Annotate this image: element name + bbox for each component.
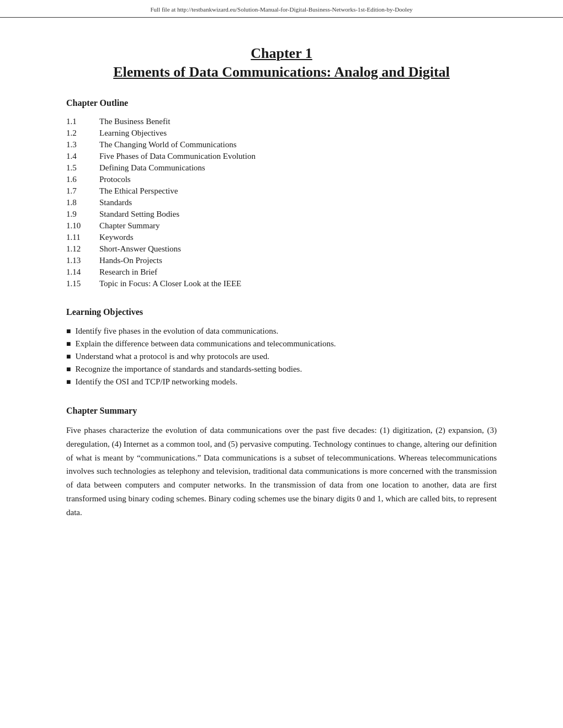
list-item-text: Explain the difference between data comm… bbox=[75, 339, 336, 349]
outline-label: Five Phases of Data Communication Evolut… bbox=[99, 151, 497, 162]
outline-num: 1.9 bbox=[66, 208, 99, 220]
chapter-summary-section: Chapter Summary Five phases characterize… bbox=[66, 406, 497, 519]
outline-label: The Changing World of Communications bbox=[99, 139, 497, 151]
outline-row: 1.3The Changing World of Communications bbox=[66, 139, 497, 151]
outline-label: Keywords bbox=[99, 232, 497, 243]
outline-label: Standards bbox=[99, 197, 497, 208]
bullet-icon: ■ bbox=[66, 327, 71, 336]
bullet-icon: ■ bbox=[66, 378, 71, 387]
outline-row: 1.1The Business Benefit bbox=[66, 116, 497, 127]
outline-num: 1.2 bbox=[66, 127, 99, 139]
outline-row: 1.15Topic in Focus: A Closer Look at the… bbox=[66, 278, 497, 290]
outline-num: 1.8 bbox=[66, 197, 99, 208]
list-item: ■Identify the OSI and TCP/IP networking … bbox=[66, 376, 497, 388]
outline-num: 1.7 bbox=[66, 185, 99, 197]
chapter-outline-section: Chapter Outline 1.1The Business Benefit1… bbox=[66, 98, 497, 290]
outline-row: 1.8Standards bbox=[66, 197, 497, 208]
outline-row: 1.6Protocols bbox=[66, 174, 497, 185]
chapter-summary-heading: Chapter Summary bbox=[66, 406, 497, 416]
list-item: ■Explain the difference between data com… bbox=[66, 338, 497, 350]
learning-objectives-heading: Learning Objectives bbox=[66, 307, 497, 317]
outline-num: 1.15 bbox=[66, 278, 99, 290]
outline-num: 1.4 bbox=[66, 151, 99, 162]
top-bar: Full file at http://testbankwizard.eu/So… bbox=[0, 0, 563, 18]
outline-label: The Ethical Perspective bbox=[99, 185, 497, 197]
outline-row: 1.9Standard Setting Bodies bbox=[66, 208, 497, 220]
outline-row: 1.7The Ethical Perspective bbox=[66, 185, 497, 197]
outline-row: 1.10Chapter Summary bbox=[66, 220, 497, 232]
outline-label: Standard Setting Bodies bbox=[99, 208, 497, 220]
bullet-icon: ■ bbox=[66, 352, 71, 361]
bullet-icon: ■ bbox=[66, 365, 71, 374]
outline-row: 1.12Short-Answer Questions bbox=[66, 243, 497, 255]
outline-label: Topic in Focus: A Closer Look at the IEE… bbox=[99, 278, 497, 290]
outline-heading: Chapter Outline bbox=[66, 98, 497, 108]
list-item: ■Identify five phases in the evolution o… bbox=[66, 325, 497, 338]
outline-label: Protocols bbox=[99, 174, 497, 185]
outline-label: Hands-On Projects bbox=[99, 255, 497, 266]
outline-row: 1.5Defining Data Communications bbox=[66, 162, 497, 174]
page: Full file at http://testbankwizard.eu/So… bbox=[0, 0, 563, 728]
list-item-text: Recognize the importance of standards an… bbox=[75, 365, 302, 374]
chapter-title: Chapter 1 bbox=[66, 45, 497, 62]
outline-label: The Business Benefit bbox=[99, 116, 497, 127]
outline-label: Short-Answer Questions bbox=[99, 243, 497, 255]
content: Chapter 1 Elements of Data Communication… bbox=[0, 18, 563, 541]
outline-row: 1.4Five Phases of Data Communication Evo… bbox=[66, 151, 497, 162]
outline-row: 1.2Learning Objectives bbox=[66, 127, 497, 139]
list-item-text: Understand what a protocol is and why pr… bbox=[75, 352, 269, 361]
outline-label: Research in Brief bbox=[99, 266, 497, 278]
list-item-text: Identify the OSI and TCP/IP networking m… bbox=[75, 377, 237, 387]
outline-num: 1.13 bbox=[66, 255, 99, 266]
outline-num: 1.11 bbox=[66, 232, 99, 243]
outline-num: 1.5 bbox=[66, 162, 99, 174]
outline-label: Learning Objectives bbox=[99, 127, 497, 139]
outline-row: 1.14Research in Brief bbox=[66, 266, 497, 278]
outline-row: 1.13Hands-On Projects bbox=[66, 255, 497, 266]
learning-objectives-section: Learning Objectives ■Identify five phase… bbox=[66, 307, 497, 388]
chapter-subtitle: Elements of Data Communications: Analog … bbox=[66, 64, 497, 81]
list-item-text: Identify five phases in the evolution of… bbox=[75, 326, 278, 336]
outline-num: 1.3 bbox=[66, 139, 99, 151]
outline-num: 1.6 bbox=[66, 174, 99, 185]
list-item: ■Recognize the importance of standards a… bbox=[66, 363, 497, 376]
objectives-list: ■Identify five phases in the evolution o… bbox=[66, 325, 497, 388]
top-bar-text: Full file at http://testbankwizard.eu/So… bbox=[150, 6, 412, 13]
outline-num: 1.1 bbox=[66, 116, 99, 127]
outline-table: 1.1The Business Benefit1.2Learning Objec… bbox=[66, 116, 497, 290]
bullet-icon: ■ bbox=[66, 340, 71, 349]
list-item: ■Understand what a protocol is and why p… bbox=[66, 350, 497, 363]
outline-num: 1.12 bbox=[66, 243, 99, 255]
outline-label: Chapter Summary bbox=[99, 220, 497, 232]
summary-text: Five phases characterize the evolution o… bbox=[66, 424, 497, 519]
chapter-heading: Chapter 1 Elements of Data Communication… bbox=[66, 45, 497, 81]
outline-row: 1.11Keywords bbox=[66, 232, 497, 243]
outline-num: 1.14 bbox=[66, 266, 99, 278]
outline-num: 1.10 bbox=[66, 220, 99, 232]
outline-label: Defining Data Communications bbox=[99, 162, 497, 174]
